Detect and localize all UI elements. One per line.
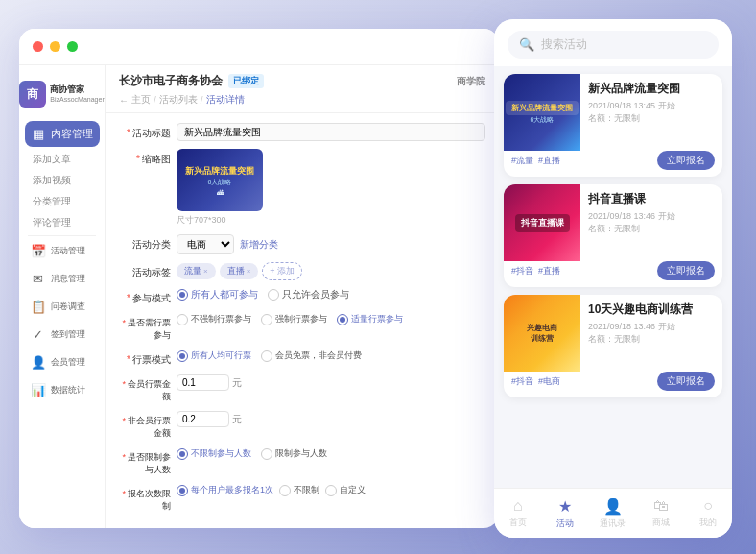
select-category[interactable]: 电商 [177,234,234,254]
radio-checkin-force[interactable] [261,314,272,325]
ticket-member[interactable]: 会员免票，非会员付费 [261,349,362,362]
sidebar-sub-article[interactable]: 添加文章 [25,149,99,170]
sidebar-sub-comment[interactable]: 评论管理 [25,212,99,233]
form-row-tags: 活动标签 流量 × 直播 × + 添加 [119,262,485,280]
sidebar-item-checkin[interactable]: ✓ 签到管理 [25,322,100,348]
survey-icon: 📋 [31,300,46,314]
radio-ticket-all[interactable] [177,350,188,362]
sidebar-item-message[interactable]: ✉ 消息管理 [25,266,100,292]
mode-all[interactable]: 所有人都可参与 [177,288,258,301]
signup-unlimited[interactable]: 不限制 [279,484,319,496]
radio-ticket-member[interactable] [261,350,272,362]
activity-card-2: 兴趣电商训练营 10天兴趣电商训练营 2021/09/18 13:46 开始 名… [504,295,722,397]
label-title: 活动标题 [119,123,177,140]
card-btn-0[interactable]: 立即报名 [657,151,715,170]
ticket-all[interactable]: 所有人均可行票 [177,349,251,362]
mobile-panel: 🔍 搜索活动 新兴品牌流量突围 6大战略 新兴品牌流量突围 2021/09/18… [494,19,732,538]
sidebar: 商 商协管家 BizAssocManager ▦ 内容管理 添加文章 添加视频 … [19,65,106,528]
value-tags: 流量 × 直播 × + 添加 [177,262,485,280]
top-right-btn[interactable]: 商学院 [457,75,485,88]
radio-signup-custom[interactable] [325,485,337,496]
limit-no[interactable]: 不限制参与人数 [177,447,251,460]
value-mode: 所有人都可参与 只允许会员参与 [177,288,485,301]
input-title[interactable] [177,123,485,141]
radio-signup-once[interactable] [177,485,188,496]
card-footer-2: #抖音 #电商 立即报名 [504,372,722,397]
form-row-member-amount: 非会员行票金额 元 [119,411,485,440]
input-free-amount[interactable] [177,374,229,391]
sidebar-sub-video[interactable]: 添加视频 [25,170,99,191]
checkin-no[interactable]: 不强制行票参与 [177,313,251,325]
label-mode: 参与模式 [119,288,177,305]
maximize-dot[interactable] [67,41,78,52]
form-row-category: 活动分类 电商 新增分类 [119,234,485,254]
radio-limit-yes[interactable] [261,448,272,460]
label-tags: 活动标签 [119,262,177,279]
cover-image[interactable]: 新兴品牌流量突围 6大战略 🏙 [177,149,263,211]
mode-member[interactable]: 只允许会员参与 [268,288,349,301]
sidebar-item-stats[interactable]: 📊 数据统计 [25,377,100,403]
title-bar [19,29,499,65]
mobile-nav: ⌂ 首页 ★ 活动 👤 通讯录 🛍 商城 ○ 我的 [494,488,732,538]
verified-badge: 已绑定 [228,74,264,88]
radio-checkin-opt[interactable] [337,314,348,325]
card-meta-0: 2021/09/18 13:45 开始 名额：无限制 [588,100,715,125]
nav-activity[interactable]: ★ 活动 [542,489,590,538]
value-category: 电商 新增分类 [177,234,485,254]
radio-mode-member[interactable] [268,289,279,301]
limit-yes[interactable]: 限制参与人数 [261,447,327,460]
radio-checkin-no[interactable] [177,314,188,325]
card-footer-1: #抖音 #直播 立即报名 [504,261,722,287]
card-thumb-0: 新兴品牌流量突围 6大战略 [504,74,580,151]
card-title-1: 抖音直播课 [588,192,715,207]
card-meta-2: 2021/09/18 13:46 开始 名额：无限制 [588,321,715,346]
tag-1-remove[interactable]: × [247,267,251,276]
checkin-force[interactable]: 强制行票参与 [261,313,327,325]
card-btn-1[interactable]: 立即报名 [657,261,715,280]
main-body: 商 商协管家 BizAssocManager ▦ 内容管理 添加文章 添加视频 … [19,65,499,528]
close-dot[interactable] [33,41,43,52]
sidebar-sub-category[interactable]: 分类管理 [25,191,99,212]
tag-0-remove[interactable]: × [203,267,208,276]
search-icon: 🔍 [519,37,534,52]
bc-arrow-left[interactable]: ← [119,95,129,106]
input-member-amount[interactable] [177,411,229,427]
nav-home[interactable]: ⌂ 首页 [494,489,542,538]
card-meta-1: 2021/09/18 13:46 开始 名额：无限制 [588,210,715,235]
checkin-opt[interactable]: 适量行票参与 [337,313,403,325]
sidebar-item-survey[interactable]: 📋 问卷调查 [25,294,100,320]
member-icon: 👤 [31,355,46,370]
radio-mode-all[interactable] [177,289,188,301]
sidebar-item-activity[interactable]: 📅 活动管理 [25,238,100,264]
label-category: 活动分类 [119,234,177,252]
minimize-dot[interactable] [50,41,60,52]
signup-once[interactable]: 每个用户最多报名1次 [177,484,273,496]
card-info-2: 10天兴趣电商训练营 2021/09/18 13:46 开始 名额：无限制 [580,295,722,372]
value-free-amount: 元 [177,374,485,391]
activity-nav-icon: ★ [558,497,572,516]
value-checkin: 不强制行票参与 强制行票参与 适量行票参与 [177,313,485,325]
value-limit: 不限制参与人数 限制参与人数 [177,447,485,460]
radio-signup-unlimited[interactable] [279,485,291,496]
nav-mine[interactable]: ○ 我的 [684,489,732,538]
cover-hint: 尺寸707*300 [177,214,485,227]
value-ticket: 所有人均可行票 会员免票，非会员付费 [177,349,485,362]
signup-custom[interactable]: 自定义 [325,484,366,496]
content-header: 长沙市电子商务协会 已绑定 商学院 ← 主页 / 活动列表 / 活动详情 [106,65,499,113]
tag-0: 流量 × [177,263,216,279]
card-btn-2[interactable]: 立即报名 [657,372,715,391]
form-row-limit: 是否限制参与人数 不限制参与人数 限制参与人数 [119,447,485,476]
nav-contacts[interactable]: 👤 通讯录 [589,489,637,538]
add-category-link[interactable]: 新增分类 [240,238,278,252]
sidebar-item-member[interactable]: 👤 会员管理 [25,349,100,375]
search-bar[interactable]: 🔍 搜索活动 [508,31,719,59]
value-title [177,123,485,141]
sidebar-item-content[interactable]: ▦ 内容管理 [25,121,100,147]
form-row-signup: 报名次数限制 每个用户最多报名1次 不限制 自定义 [119,484,485,513]
shop-icon: 🛍 [653,497,669,515]
tag-add-btn[interactable]: + 添加 [262,262,302,280]
nav-shop[interactable]: 🛍 商城 [637,489,685,538]
radio-limit-no[interactable] [177,448,188,460]
card-thumb-2: 兴趣电商训练营 [504,295,580,372]
activity-card-0: 新兴品牌流量突围 6大战略 新兴品牌流量突围 2021/09/18 13:45 … [504,74,722,177]
